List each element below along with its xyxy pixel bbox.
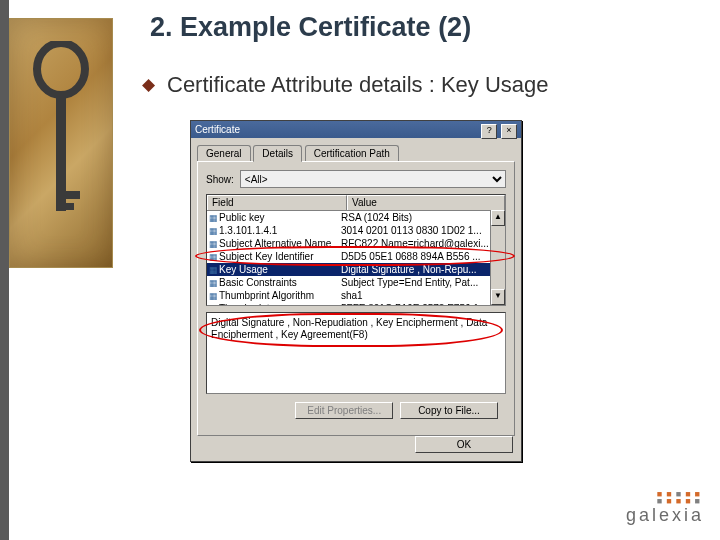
col-header-value[interactable]: Value: [347, 195, 505, 210]
list-scrollbar[interactable]: ▲ ▼: [490, 210, 505, 305]
edit-properties-button[interactable]: Edit Properties...: [295, 402, 393, 419]
row-value: 5FFE 801C B19E 2573 E756 1...: [341, 303, 505, 306]
tab-general[interactable]: General: [197, 145, 251, 161]
row-field: Subject Alternative Name: [219, 238, 341, 249]
ok-button[interactable]: OK: [415, 436, 513, 453]
row-value: D5D5 05E1 0688 894A B556 ...: [341, 251, 505, 262]
table-row[interactable]: ▦Subject Alternative NameRFC822 Name=ric…: [207, 237, 505, 250]
tab-certification-path[interactable]: Certification Path: [305, 145, 399, 161]
logo: ■■■■■ ■■■■■ galexia: [626, 491, 704, 526]
close-button[interactable]: ×: [501, 124, 517, 139]
scroll-up-button[interactable]: ▲: [491, 210, 505, 226]
key-decorative-image: [9, 18, 113, 268]
field-icon: ▦: [207, 265, 219, 275]
logo-text: galexia: [626, 505, 704, 526]
row-value: Subject Type=End Entity, Pat...: [341, 277, 505, 288]
row-field: 1.3.101.1.4.1: [219, 225, 341, 236]
table-row[interactable]: ▦Key UsageDigital Signature , Non-Repu..…: [207, 263, 505, 276]
key-icon: [26, 41, 96, 241]
row-value: Digital Signature , Non-Repu...: [341, 264, 505, 275]
field-icon: ▦: [207, 226, 219, 236]
field-list[interactable]: Field Value ▦Public keyRSA (1024 Bits)▦1…: [206, 194, 506, 306]
svg-point-0: [37, 43, 85, 95]
show-select[interactable]: <All>: [240, 170, 506, 188]
field-icon: ▦: [207, 252, 219, 262]
row-value: RSA (1024 Bits): [341, 212, 505, 223]
row-field: Subject Key Identifier: [219, 251, 341, 262]
row-value: sha1: [341, 290, 505, 301]
field-icon: ▦: [207, 291, 219, 301]
field-icon: ▦: [207, 278, 219, 288]
logo-dots-icon: ■■■■■ ■■■■■: [626, 491, 704, 505]
field-icon: ▦: [207, 213, 219, 223]
row-field: Thumbprint: [219, 303, 341, 306]
field-icon: ▦: [207, 239, 219, 249]
table-row[interactable]: ▦Basic ConstraintsSubject Type=End Entit…: [207, 276, 505, 289]
row-field: Thumbprint Algorithm: [219, 290, 341, 301]
left-stripe: [0, 0, 9, 540]
row-value: RFC822 Name=richard@galexi...: [341, 238, 505, 249]
certificate-dialog: Certificate ? × General Details Certific…: [190, 120, 522, 462]
show-label: Show:: [206, 174, 234, 185]
row-field: Basic Constraints: [219, 277, 341, 288]
table-row[interactable]: ▦1.3.101.1.4.13014 0201 0113 0830 1D02 1…: [207, 224, 505, 237]
svg-rect-3: [56, 203, 74, 210]
row-value: 3014 0201 0113 0830 1D02 1...: [341, 225, 505, 236]
dialog-tabs: General Details Certification Path: [191, 138, 521, 161]
help-button[interactable]: ?: [481, 124, 497, 139]
scroll-down-button[interactable]: ▼: [491, 289, 505, 305]
details-pane: Show: <All> Field Value ▦Public keyRSA (…: [197, 161, 515, 436]
copy-to-file-button[interactable]: Copy to File...: [400, 402, 498, 419]
detail-textbox[interactable]: Digital Signature , Non-Repudiation , Ke…: [206, 312, 506, 394]
svg-rect-2: [56, 191, 80, 199]
bullet-text: Certificate Attribute details : Key Usag…: [167, 72, 549, 97]
dialog-title: Certificate: [195, 121, 240, 138]
field-icon: ▦: [207, 304, 219, 307]
bullet-diamond-icon: ◆: [142, 75, 155, 94]
page-number: 9: [14, 517, 21, 532]
table-row[interactable]: ▦Thumbprint Algorithmsha1: [207, 289, 505, 302]
tab-details[interactable]: Details: [253, 145, 302, 162]
row-field: Key Usage: [219, 264, 341, 275]
dialog-titlebar[interactable]: Certificate ? ×: [191, 121, 521, 138]
row-field: Public key: [219, 212, 341, 223]
slide-bullet: ◆Certificate Attribute details : Key Usa…: [142, 72, 549, 98]
slide-title: 2. Example Certificate (2): [150, 12, 471, 43]
table-row[interactable]: ▦Subject Key IdentifierD5D5 05E1 0688 89…: [207, 250, 505, 263]
table-row[interactable]: ▦Public keyRSA (1024 Bits): [207, 211, 505, 224]
table-row[interactable]: ▦Thumbprint5FFE 801C B19E 2573 E756 1...: [207, 302, 505, 306]
detail-text: Digital Signature , Non-Repudiation , Ke…: [211, 317, 487, 340]
col-header-field[interactable]: Field: [207, 195, 347, 210]
